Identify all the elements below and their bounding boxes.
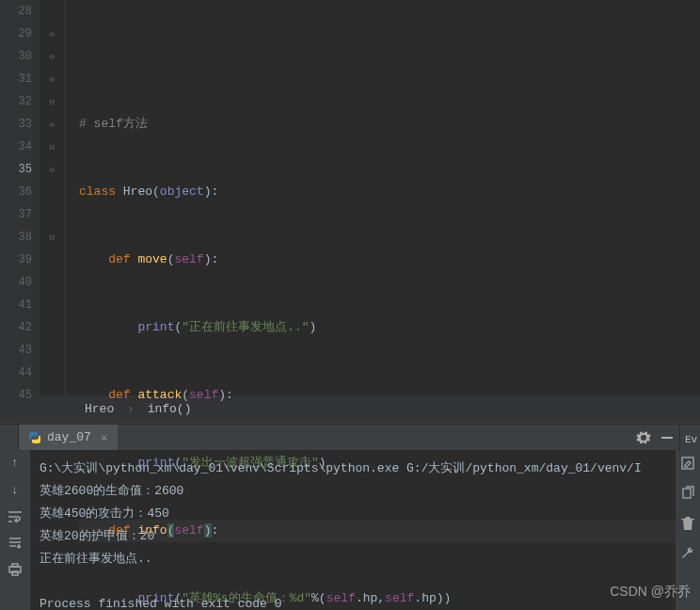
watermark: CSDN @乔乔 — [610, 584, 691, 601]
up-arrow-icon[interactable]: ↑ — [11, 456, 19, 470]
overflow-column: Ev — [679, 425, 700, 450]
gear-icon[interactable] — [636, 430, 651, 445]
line-num: 29 — [0, 23, 32, 45]
line-num: 40 — [0, 271, 32, 294]
line-num: 28 — [0, 0, 32, 23]
edit-source-icon[interactable] — [680, 456, 695, 471]
console-toolbar: ↑ ↓ — [0, 450, 30, 610]
line-num: 38 — [0, 226, 32, 249]
copy-icon[interactable] — [680, 486, 695, 501]
event-log-tab[interactable]: Ev — [680, 429, 700, 450]
print-icon[interactable] — [8, 563, 23, 576]
minimize-icon[interactable] — [660, 431, 674, 444]
fold-marker-icon[interactable]: ⊖ — [40, 23, 65, 45]
line-num: 33 — [0, 113, 32, 136]
line-num: 34 — [0, 136, 32, 158]
line-num: 43 — [0, 339, 32, 361]
line-num: 32 — [0, 90, 32, 113]
line-num: 44 — [0, 361, 32, 384]
soft-wrap-icon[interactable] — [8, 510, 23, 523]
svg-rect-3 — [12, 571, 18, 575]
console-output[interactable]: G:\大实训\python_xm\day_01\venv\Scripts\pyt… — [30, 450, 676, 610]
line-num: 41 — [0, 294, 32, 316]
fold-marker-icon[interactable]: ⊖ — [40, 113, 65, 136]
fold-end-icon[interactable]: ⊟ — [40, 226, 65, 249]
trash-icon[interactable] — [681, 516, 694, 531]
line-num: 45 — [0, 384, 32, 407]
svg-rect-5 — [683, 489, 691, 498]
left-tool-strip — [0, 425, 19, 450]
run-tab-label: day_07 — [47, 430, 91, 444]
fold-marker-icon[interactable]: ⊖ — [40, 45, 65, 68]
fold-marker-icon[interactable]: ⊖ — [40, 68, 65, 90]
wrench-icon[interactable] — [680, 546, 695, 561]
line-num: 42 — [0, 316, 32, 339]
line-num: 36 — [0, 181, 32, 203]
fold-end-icon[interactable]: ⊟ — [40, 136, 65, 158]
line-num: 37 — [0, 203, 32, 226]
close-icon[interactable]: ✕ — [101, 430, 108, 445]
line-num: 30 — [0, 45, 32, 68]
fold-column: ⊖ ⊖ ⊖ ⊟ ⊖ ⊟ ⊖ ⊟ — [40, 0, 66, 395]
breadcrumb-class[interactable]: Hreo — [85, 402, 114, 416]
line-num: 31 — [0, 68, 32, 90]
scroll-to-end-icon[interactable] — [8, 537, 23, 550]
svg-rect-2 — [12, 564, 18, 567]
fold-marker-icon[interactable]: ⊖ — [40, 158, 65, 181]
fold-end-icon[interactable]: ⊟ — [40, 90, 65, 113]
svg-rect-0 — [661, 437, 673, 439]
code-content[interactable]: # self方法 class Hreo(object): def move(se… — [66, 0, 700, 395]
svg-rect-4 — [682, 458, 693, 469]
line-num-active: 35 — [0, 158, 32, 181]
line-number-gutter: 28 29 30 31 32 33 34 35 36 37 38 39 40 4… — [0, 0, 40, 395]
run-tab[interactable]: day_07 ✕ — [19, 425, 118, 450]
console-panel: ↑ ↓ G:\大实训\python_xm\day_01\venv\Scripts… — [0, 450, 700, 610]
breadcrumb-function[interactable]: info() — [148, 402, 192, 416]
line-num: 39 — [0, 249, 32, 271]
down-arrow-icon[interactable]: ↓ — [11, 483, 19, 497]
breadcrumb-sep-icon: › — [127, 402, 135, 416]
editor-area: 28 29 30 31 32 33 34 35 36 37 38 39 40 4… — [0, 0, 700, 395]
python-file-icon — [28, 431, 41, 444]
